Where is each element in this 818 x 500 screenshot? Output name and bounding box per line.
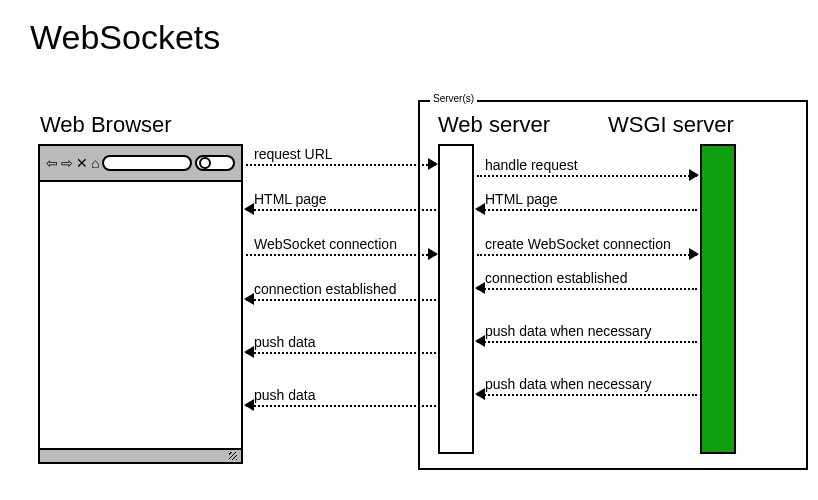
arrow-label: handle request (485, 157, 578, 173)
arrow-push-data-1: push data (246, 336, 436, 354)
wsgi-heading: WSGI server (608, 112, 734, 138)
url-bar (102, 155, 192, 171)
arrow-line (246, 299, 436, 301)
arrow-conn-established-right: connection established (477, 272, 697, 290)
arrow-html-page-left: HTML page (246, 193, 436, 211)
arrow-label: push data when necessary (485, 323, 652, 339)
arrow-create-ws: create WebSocket connection (477, 238, 697, 256)
arrow-line (246, 254, 436, 256)
search-bar (195, 155, 235, 171)
arrow-label: HTML page (254, 191, 327, 207)
arrow-conn-established-left: connection established (246, 283, 436, 301)
arrow-line (477, 254, 697, 256)
browser-window: ⇦ ⇨ ✕ ⌂ (38, 144, 243, 464)
home-icon: ⌂ (91, 156, 99, 170)
arrow-label: request URL (254, 146, 333, 162)
back-icon: ⇦ (46, 156, 58, 170)
arrow-push-necessary-1: push data when necessary (477, 325, 697, 343)
arrow-line (477, 288, 697, 290)
webserver-box (438, 144, 474, 454)
arrow-line (477, 175, 697, 177)
arrow-label: connection established (254, 281, 396, 297)
arrow-label: HTML page (485, 191, 558, 207)
servers-group-legend: Server(s) (430, 93, 477, 104)
arrow-line (477, 341, 697, 343)
arrow-request-url: request URL (246, 148, 436, 166)
arrow-line (246, 164, 436, 166)
arrow-line (477, 394, 697, 396)
arrow-ws-connection: WebSocket connection (246, 238, 436, 256)
browser-statusbar (40, 448, 241, 462)
webserver-heading: Web server (438, 112, 550, 138)
arrow-handle-request: handle request (477, 159, 697, 177)
stop-icon: ✕ (76, 156, 88, 170)
arrow-line (477, 209, 697, 211)
arrow-html-page-right: HTML page (477, 193, 697, 211)
wsgi-box (700, 144, 736, 454)
arrow-label: push data when necessary (485, 376, 652, 392)
arrow-line (246, 352, 436, 354)
arrow-label: push data (254, 334, 316, 350)
forward-icon: ⇨ (61, 156, 73, 170)
browser-heading: Web Browser (40, 112, 172, 138)
arrow-line (246, 209, 436, 211)
arrow-label: push data (254, 387, 316, 403)
arrow-push-data-2: push data (246, 389, 436, 407)
page-title: WebSockets (30, 18, 220, 57)
browser-toolbar: ⇦ ⇨ ✕ ⌂ (40, 146, 241, 182)
arrow-label: create WebSocket connection (485, 236, 671, 252)
arrow-line (246, 405, 436, 407)
arrow-label: connection established (485, 270, 627, 286)
arrow-push-necessary-2: push data when necessary (477, 378, 697, 396)
arrow-label: WebSocket connection (254, 236, 397, 252)
